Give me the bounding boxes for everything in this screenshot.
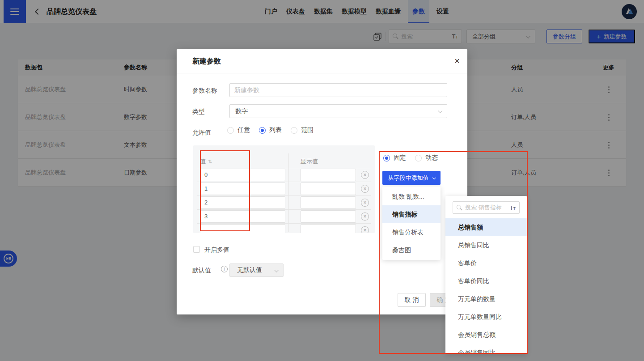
app-screen: 品牌总览仪表盘 门户仪表盘数据集数据模型数据血缘参数设置 搜索 TT 全部分组 … xyxy=(0,0,644,361)
display-value-column-header: 显示值 xyxy=(301,155,318,168)
value-row: × xyxy=(197,224,371,233)
remove-row-icon[interactable]: × xyxy=(361,185,369,193)
radio-option[interactable]: 范围 xyxy=(291,126,314,134)
multi-value-label: 开启多值 xyxy=(204,246,229,253)
field-item[interactable]: 万元单的数量 xyxy=(445,290,527,308)
chevron-down-icon xyxy=(432,176,436,179)
value-row: 2 × xyxy=(197,196,371,210)
value-input[interactable]: 1 xyxy=(200,183,285,195)
value-input[interactable]: 2 xyxy=(200,196,285,209)
multi-value-checkbox[interactable] xyxy=(193,246,200,253)
value-input[interactable] xyxy=(200,224,285,233)
values-table-header: 值⇅ 显示值 xyxy=(197,155,371,168)
field-item[interactable]: 总销售同比 xyxy=(445,236,527,254)
values-panel: 值⇅ 显示值 0 × 1 × xyxy=(193,145,375,233)
param-name-input[interactable]: 新建参数 xyxy=(229,83,447,97)
field-list: 总销售额总销售同比客单价客单价同比万元单的数量万元单数量同比会员销售总额会员销售… xyxy=(445,218,527,354)
modal-header-divider xyxy=(177,73,467,73)
chevron-down-icon xyxy=(274,268,279,272)
remove-row-icon[interactable]: × xyxy=(361,226,369,233)
search-icon xyxy=(457,205,462,211)
dropdown-item[interactable]: 乱数 乱数... xyxy=(382,187,441,205)
field-item[interactable]: 万元单数量同比 xyxy=(445,308,527,326)
value-column-header: 值⇅ xyxy=(200,155,212,168)
type-label: 类型 xyxy=(192,108,205,116)
radio-option[interactable]: 固定 xyxy=(383,154,406,162)
chevron-down-icon xyxy=(438,109,442,113)
radio-icon xyxy=(415,155,422,161)
cancel-button[interactable]: 取 消 xyxy=(398,293,426,307)
radio-option[interactable]: 动态 xyxy=(415,154,438,162)
field-item[interactable]: 客单价同比 xyxy=(445,272,527,290)
close-icon[interactable]: × xyxy=(447,49,467,73)
type-select[interactable]: 数字 xyxy=(229,104,447,118)
display-value-input[interactable] xyxy=(301,224,356,233)
value-row: 1 × xyxy=(197,182,371,196)
remove-row-icon[interactable]: × xyxy=(361,171,369,179)
radio-option[interactable]: 任意 xyxy=(227,126,250,134)
radio-icon xyxy=(383,155,390,161)
new-param-modal: 新建参数 × 参数名称 新建参数 类型 数字 允许值 任意 列表 xyxy=(177,49,467,314)
allowed-values-radios: 任意 列表 范围 xyxy=(227,126,314,134)
display-value-input[interactable] xyxy=(301,210,356,223)
mode-radios: 固定 动态 xyxy=(383,154,438,162)
dropdown-item[interactable]: 销售指标 xyxy=(382,205,441,223)
remove-row-icon[interactable]: × xyxy=(361,212,369,221)
field-item[interactable]: 客单价 xyxy=(445,254,527,272)
allowed-values-label: 允许值 xyxy=(192,129,211,137)
dropdown-item[interactable]: 桑吉图 xyxy=(382,241,441,259)
field-search-input[interactable]: 搜索 销售指标 TT xyxy=(453,201,520,214)
add-values-from-field-button[interactable]: 从字段中添加值 xyxy=(382,171,441,185)
radio-icon xyxy=(227,127,234,134)
field-group-dropdown: 乱数 乱数...销售指标销售分析表桑吉图 xyxy=(382,187,441,260)
radio-icon xyxy=(291,127,297,134)
value-input[interactable]: 3 xyxy=(200,210,285,223)
match-case-icon[interactable]: TT xyxy=(510,205,516,211)
field-dropdown: 搜索 销售指标 TT 总销售额总销售同比客单价客单价同比万元单的数量万元单数量同… xyxy=(445,196,527,354)
modal-title: 新建参数 xyxy=(192,49,221,73)
display-value-input[interactable] xyxy=(301,183,356,195)
value-row: 0 × xyxy=(197,168,371,182)
field-item[interactable]: 会员销售同比 xyxy=(445,344,527,354)
values-rows: 0 × 1 × 2 × xyxy=(197,168,371,233)
value-row: 3 × xyxy=(197,210,371,224)
info-icon[interactable]: i xyxy=(221,266,228,272)
value-input[interactable]: 0 xyxy=(200,169,285,181)
param-name-label: 参数名称 xyxy=(192,87,217,95)
display-value-input[interactable] xyxy=(301,196,356,209)
display-value-input[interactable] xyxy=(301,169,356,181)
dropdown-item[interactable]: 销售分析表 xyxy=(382,223,441,241)
field-item[interactable]: 会员销售总额 xyxy=(445,326,527,344)
default-value-label: 默认值 xyxy=(192,267,211,275)
radio-option[interactable]: 列表 xyxy=(259,126,282,134)
radio-icon xyxy=(259,127,266,134)
default-value-select[interactable]: 无默认值 xyxy=(229,263,284,277)
remove-row-icon[interactable]: × xyxy=(361,199,369,207)
field-item[interactable]: 总销售额 xyxy=(445,218,527,236)
sort-icon[interactable]: ⇅ xyxy=(208,159,212,164)
